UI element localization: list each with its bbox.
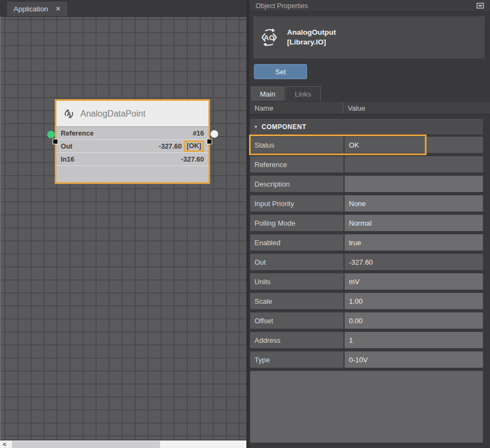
- node-slot-rows: Reference#16Out-327.60[OK]In16-327.60: [56, 127, 208, 179]
- analog-cycle-icon: A: [63, 108, 75, 120]
- property-name-cell: Type: [250, 351, 343, 368]
- property-value-cell[interactable]: 0-10V: [345, 351, 483, 368]
- horizontal-scrollbar[interactable]: <: [0, 440, 246, 448]
- scroll-left-arrow[interactable]: <: [0, 440, 9, 448]
- wiresheet-canvas[interactable]: A AnalogDataPoint Reference#16Out-327.60…: [0, 16, 246, 440]
- analog-output-icon: AO: [259, 27, 279, 48]
- node-slot-row[interactable]: In16-327.60: [56, 153, 208, 166]
- property-row-type: Type0-10V: [250, 351, 483, 368]
- node-slot-row[interactable]: Reference#16: [56, 127, 208, 140]
- property-row-reference: Reference: [250, 156, 483, 172]
- property-value-cell[interactable]: mV: [345, 273, 483, 290]
- svg-text:AO: AO: [264, 34, 275, 42]
- output-port-connector[interactable]: [211, 130, 218, 138]
- property-rows: StatusOKReferenceDescriptionInput Priori…: [250, 137, 483, 371]
- property-row-enabled: Enabledtrue: [250, 234, 483, 251]
- property-value-cell: OK: [345, 137, 483, 153]
- property-row-scale: Scale1.00: [250, 293, 483, 309]
- object-type-name: AnalogOutput: [287, 28, 336, 37]
- panel-title: Object Properties: [256, 2, 308, 10]
- tab-application[interactable]: Application ✕: [7, 2, 67, 16]
- property-value-cell[interactable]: 1.00: [345, 293, 483, 309]
- property-name-cell: Units: [250, 273, 343, 290]
- property-value-cell[interactable]: [345, 176, 483, 192]
- table-empty-area: [250, 371, 483, 443]
- object-properties-panel: Object Properties AO: [250, 0, 490, 448]
- property-value-cell[interactable]: None: [345, 195, 483, 212]
- set-button[interactable]: Set: [254, 64, 307, 79]
- slot-value: #16: [193, 130, 204, 137]
- section-component[interactable]: ▾ COMPONENT: [250, 119, 483, 135]
- status-ok-badge: [OK]: [184, 140, 204, 152]
- property-name-cell: Enabled: [250, 234, 343, 251]
- property-value-cell[interactable]: Normal: [345, 215, 483, 231]
- property-table-header: Name Value: [250, 102, 490, 115]
- tab-links[interactable]: Links: [285, 86, 320, 101]
- property-value-cell[interactable]: 0.00: [345, 312, 483, 329]
- selection-handle-right[interactable]: [207, 139, 212, 144]
- property-row-out: Out-327.60: [250, 254, 483, 270]
- slot-name: Reference: [61, 130, 93, 137]
- property-row-units: UnitsmV: [250, 273, 483, 290]
- slot-name: In16: [61, 156, 74, 163]
- input-port-connector[interactable]: [47, 131, 55, 138]
- object-identity: AnalogOutput [Library.IO]: [287, 28, 336, 47]
- property-row-description: Description: [250, 176, 483, 192]
- dock-window-icon[interactable]: [476, 3, 484, 9]
- property-name-cell: Address: [250, 332, 343, 348]
- property-row-input-priority: Input PriorityNone: [250, 195, 483, 212]
- node-empty-row: [56, 166, 208, 179]
- property-row-address: Address1: [250, 332, 483, 348]
- application-window: Application ✕ A AnalogData: [0, 0, 490, 448]
- property-name-cell: Input Priority: [250, 195, 343, 212]
- scrollbar-thumb[interactable]: [12, 441, 160, 448]
- property-row-offset: Offset0.00: [250, 312, 483, 329]
- wiresheet-pane: Application ✕ A AnalogData: [0, 0, 246, 448]
- property-row-status: StatusOK: [250, 137, 483, 153]
- property-value-cell: [345, 156, 483, 172]
- tab-close-icon[interactable]: ✕: [56, 5, 61, 12]
- selected-object-card: AO AnalogOutput [Library.IO]: [253, 16, 485, 59]
- property-name-cell: Polling Mode: [250, 215, 343, 231]
- properties-tabs: Main Links: [250, 86, 490, 101]
- node-title: AnalogDataPoint: [80, 109, 145, 119]
- collapse-caret-icon: ▾: [254, 124, 257, 130]
- column-header-value: Value: [343, 104, 365, 112]
- property-row-polling-mode: Polling ModeNormal: [250, 215, 483, 231]
- property-value-cell[interactable]: true: [345, 234, 483, 251]
- object-library: [Library.IO]: [287, 37, 336, 47]
- column-header-name: Name: [250, 102, 343, 114]
- analog-data-point-node[interactable]: A AnalogDataPoint Reference#16Out-327.60…: [55, 99, 210, 184]
- selection-handle-left[interactable]: [53, 139, 58, 144]
- property-value-cell[interactable]: 1: [345, 332, 483, 348]
- slot-value: -327.60: [181, 156, 204, 163]
- slot-value: -327.60: [159, 143, 182, 150]
- property-name-cell: Out: [250, 254, 343, 270]
- document-tabbar: Application ✕: [0, 0, 246, 16]
- property-name-cell: Scale: [250, 293, 343, 309]
- property-name-cell: Reference: [250, 156, 343, 172]
- slot-name: Out: [61, 143, 73, 150]
- node-slot-row[interactable]: Out-327.60[OK]: [56, 140, 208, 153]
- property-name-cell: Offset: [250, 312, 343, 329]
- tab-main[interactable]: Main: [251, 86, 284, 101]
- property-value-cell: -327.60: [345, 254, 483, 270]
- tab-application-label: Application: [14, 5, 48, 13]
- node-header[interactable]: A AnalogDataPoint: [56, 101, 208, 127]
- property-table: ▾ COMPONENT StatusOKReferenceDescription…: [250, 115, 490, 448]
- panel-titlebar: Object Properties: [250, 0, 490, 12]
- property-name-cell: Status: [250, 137, 343, 153]
- section-label: COMPONENT: [262, 123, 307, 131]
- property-name-cell: Description: [250, 176, 343, 192]
